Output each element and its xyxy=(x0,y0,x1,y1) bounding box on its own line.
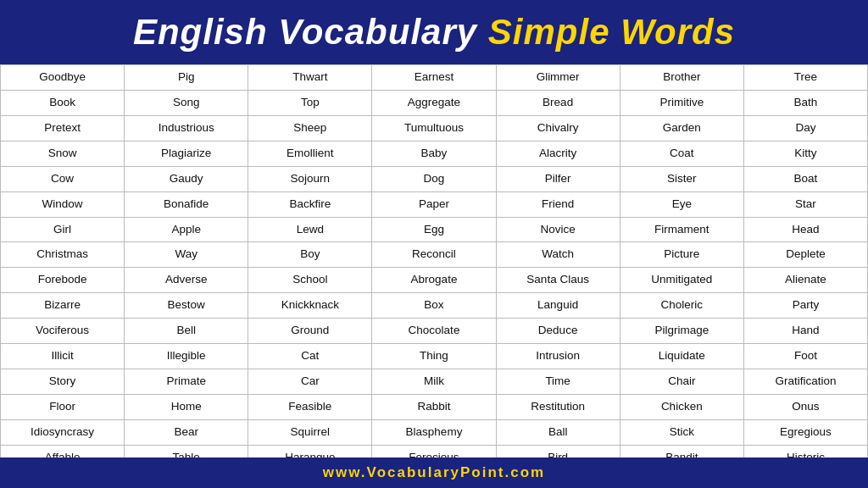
table-cell: Primitive xyxy=(620,90,743,115)
table-cell: Bell xyxy=(125,319,248,344)
table-cell: Car xyxy=(248,369,372,395)
table-cell: Floor xyxy=(1,394,125,419)
table-cell: Cat xyxy=(248,344,372,369)
table-cell: Squirrel xyxy=(248,419,372,445)
table-cell: Milk xyxy=(372,369,496,395)
table-cell: Novice xyxy=(496,217,620,242)
table-cell: Backfire xyxy=(248,191,372,217)
table-cell: Pig xyxy=(125,65,248,91)
table-cell: Glimmer xyxy=(496,65,620,91)
table-cell: Thing xyxy=(372,344,496,369)
table-cell: Blasphemy xyxy=(372,419,496,445)
table-cell: Aggregate xyxy=(372,90,496,115)
table-cell: Sister xyxy=(620,166,743,191)
table-cell: Emollient xyxy=(248,141,372,166)
table-cell: Dog xyxy=(372,166,496,191)
table-cell: Chair xyxy=(620,369,743,395)
table-cell: Deduce xyxy=(496,319,620,344)
table-cell: Bird xyxy=(496,445,620,458)
table-cell: Ferocious xyxy=(372,445,496,458)
table-cell: Harangue xyxy=(248,445,372,458)
table-cell: Party xyxy=(743,293,867,319)
table-cell: Feasible xyxy=(248,394,372,419)
table-cell: Abrogate xyxy=(372,268,496,293)
title-part1: English Vocabulary xyxy=(133,12,477,52)
table-cell: Snow xyxy=(1,141,125,166)
table-cell: Unmitigated xyxy=(620,268,743,293)
table-cell: Girl xyxy=(1,217,125,242)
table-cell: Languid xyxy=(496,293,620,319)
table-cell: Santa Claus xyxy=(496,268,620,293)
table-cell: Affable xyxy=(1,445,125,458)
table-cell: Forebode xyxy=(1,268,125,293)
table-cell: Thwart xyxy=(248,65,372,91)
table-cell: Firmament xyxy=(620,217,743,242)
table-cell: School xyxy=(248,268,372,293)
table-cell: Knickknack xyxy=(248,293,372,319)
table-cell: Idiosyncrasy xyxy=(1,419,125,445)
table-cell: Apple xyxy=(125,217,248,242)
table-cell: Alienate xyxy=(743,268,867,293)
word-table: GoodbyePigThwartEarnestGlimmerBrotherTre… xyxy=(0,64,868,458)
table-cell: Day xyxy=(743,115,867,141)
table-cell: Gaudy xyxy=(125,166,248,191)
footer-url: www.VocabularyPoint.com xyxy=(323,464,545,480)
table-cell: Gratification xyxy=(743,369,867,395)
title-part2: Simple Words xyxy=(488,12,735,52)
table-cell: Intrusion xyxy=(496,344,620,369)
table-cell: Alacrity xyxy=(496,141,620,166)
table-cell: Pilfer xyxy=(496,166,620,191)
table-cell: Head xyxy=(743,217,867,242)
table-cell: Bath xyxy=(743,90,867,115)
table-cell: Egg xyxy=(372,217,496,242)
table-cell: Ball xyxy=(496,419,620,445)
table-cell: Watch xyxy=(496,242,620,268)
table-cell: Liquidate xyxy=(620,344,743,369)
table-cell: Tumultuous xyxy=(372,115,496,141)
table-cell: Star xyxy=(743,191,867,217)
table-cell: Reconcil xyxy=(372,242,496,268)
table-cell: Choleric xyxy=(620,293,743,319)
table-cell: Sheep xyxy=(248,115,372,141)
table-cell: Bizarre xyxy=(1,293,125,319)
table-cell: Bonafide xyxy=(125,191,248,217)
table-cell: Plagiarize xyxy=(125,141,248,166)
table-cell: Box xyxy=(372,293,496,319)
table-cell: Illegible xyxy=(125,344,248,369)
table-cell: Chocolate xyxy=(372,319,496,344)
table-cell: Brother xyxy=(620,65,743,91)
table-cell: Stick xyxy=(620,419,743,445)
table-cell: Table xyxy=(125,445,248,458)
table-cell: Way xyxy=(125,242,248,268)
table-cell: Bread xyxy=(496,90,620,115)
table-cell: Coat xyxy=(620,141,743,166)
table-cell: Earnest xyxy=(372,65,496,91)
table-cell: Home xyxy=(125,394,248,419)
table-cell: Picture xyxy=(620,242,743,268)
table-cell: Goodbye xyxy=(1,65,125,91)
table-cell: Song xyxy=(125,90,248,115)
table-cell: Story xyxy=(1,369,125,395)
footer: www.VocabularyPoint.com xyxy=(0,458,868,488)
table-cell: Lewd xyxy=(248,217,372,242)
table-cell: Chivalry xyxy=(496,115,620,141)
table-cell: Deplete xyxy=(743,242,867,268)
table-cell: Historic xyxy=(743,445,867,458)
table-cell: Cow xyxy=(1,166,125,191)
table-cell: Egregious xyxy=(743,419,867,445)
table-cell: Boat xyxy=(743,166,867,191)
header: English Vocabulary Simple Words xyxy=(0,0,868,64)
table-cell: Friend xyxy=(496,191,620,217)
table-cell: Onus xyxy=(743,394,867,419)
table-cell: Chicken xyxy=(620,394,743,419)
table-cell: Top xyxy=(248,90,372,115)
table-cell: Industrious xyxy=(125,115,248,141)
table-cell: Tree xyxy=(743,65,867,91)
table-cell: Restitution xyxy=(496,394,620,419)
table-cell: Pilgrimage xyxy=(620,319,743,344)
table-cell: Eye xyxy=(620,191,743,217)
table-cell: Paper xyxy=(372,191,496,217)
title: English Vocabulary Simple Words xyxy=(17,12,851,53)
table-cell: Book xyxy=(1,90,125,115)
table-cell: Bear xyxy=(125,419,248,445)
